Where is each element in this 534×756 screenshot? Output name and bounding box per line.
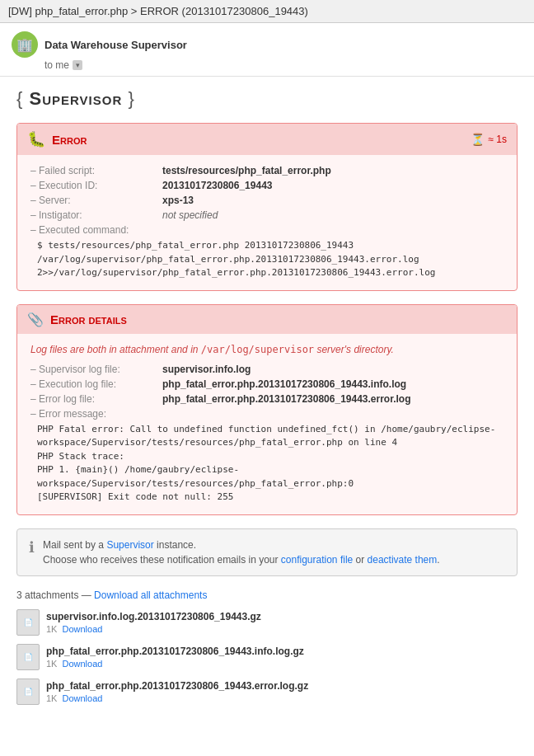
command-line-1: $ tests/resources/php_fatal_error.php 20… xyxy=(37,239,504,253)
error-msg-line1: PHP Fatal error: Call to undefined funct… xyxy=(37,423,504,450)
avatar-emoji: 🏢 xyxy=(16,37,33,53)
server-label: – Server: xyxy=(30,195,162,206)
sender-row: 🏢 Data Warehouse Supervisor xyxy=(12,31,522,58)
deactivate-link[interactable]: deactivate them xyxy=(368,554,438,566)
server-value: xps-13 xyxy=(162,195,194,206)
command-line-2: /var/log/supervisor/php_fatal_error.php.… xyxy=(37,253,504,267)
error-box-body: – Failed script: tests/resources/php_fat… xyxy=(17,155,517,290)
info-text4: or xyxy=(353,554,367,566)
supervisor-log-row: – Supervisor log file: supervisor.info.l… xyxy=(30,364,504,375)
to-row: to me ▾ xyxy=(44,59,522,71)
attachment-info-2: php_fatal_error.php.20131017230806_19443… xyxy=(46,646,304,669)
attachment-info-3: php_fatal_error.php.20131017230806_19443… xyxy=(46,680,308,703)
sender-name: Data Warehouse Supervisor xyxy=(44,39,187,51)
executed-command-label: – Executed command: xyxy=(30,224,162,236)
attachments-header: 3 attachments — Download all attachments xyxy=(16,589,518,601)
execution-log-label: – Execution log file: xyxy=(30,378,162,390)
info-text3: Choose who receives these notification e… xyxy=(43,554,281,566)
info-text: Mail sent by a Supervisor instance. Choo… xyxy=(43,538,440,567)
attachment-item-1: 📄 supervisor.info.log.20131017230806_194… xyxy=(16,609,518,636)
open-brace: { xyxy=(16,88,23,109)
error-title: Error xyxy=(52,133,87,147)
execution-id-label: – Execution ID: xyxy=(30,180,162,191)
supervisor-heading: { Supervisor } xyxy=(16,88,518,110)
server-row: – Server: xps-13 xyxy=(30,195,504,206)
bug-icon: 🐛 xyxy=(27,130,45,148)
executed-command-row: – Executed command: xyxy=(30,224,504,236)
error-time-label: ≈ 1s xyxy=(488,134,507,145)
config-file-link[interactable]: configuration file xyxy=(281,554,353,566)
download-all-link[interactable]: Download all attachments xyxy=(94,589,207,601)
instigator-label: – Instigator: xyxy=(30,209,162,221)
supervisor-log-value: supervisor.info.log xyxy=(162,364,251,375)
attachments-count: 3 attachments — xyxy=(16,589,94,601)
failed-script-value: tests/resources/php_fatal_error.php xyxy=(162,165,331,176)
error-details-body: Log files are both in attachment and in … xyxy=(17,334,517,514)
attachment-meta-2: 1K Download xyxy=(46,659,304,669)
execution-id-value: 20131017230806_19443 xyxy=(162,180,272,191)
file-icon-1: 📄 xyxy=(24,618,33,627)
close-brace: } xyxy=(128,88,134,109)
email-body: { Supervisor } 🐛 Error ⏳ ≈ 1s – Failed s… xyxy=(0,77,534,733)
error-box-header: 🐛 Error ⏳ ≈ 1s xyxy=(17,124,517,155)
download-link-2[interactable]: Download xyxy=(62,659,102,669)
attachment-size-2: 1K xyxy=(46,659,57,669)
attachment-icon-1: 📄 xyxy=(16,609,40,636)
info-text2: instance. xyxy=(154,539,196,551)
execution-id-row: – Execution ID: 20131017230806_19443 xyxy=(30,180,504,191)
execution-log-row: – Execution log file: php_fatal_error.ph… xyxy=(30,378,504,390)
heading-title: Supervisor xyxy=(29,88,122,109)
failed-script-row: – Failed script: tests/resources/php_fat… xyxy=(30,165,504,176)
error-msg-line2: PHP Stack trace: xyxy=(37,450,504,464)
download-link-3[interactable]: Download xyxy=(62,693,102,703)
failed-script-label: – Failed script: xyxy=(30,165,162,176)
attachment-name-2: php_fatal_error.php.20131017230806_19443… xyxy=(46,646,304,657)
execution-log-value: php_fatal_error.php.20131017230806_19443… xyxy=(162,378,406,390)
info-text1: Mail sent by a xyxy=(43,539,106,551)
email-header: 🏢 Data Warehouse Supervisor to me ▾ xyxy=(0,23,534,77)
command-block: $ tests/resources/php_fatal_error.php 20… xyxy=(30,239,504,280)
avatar: 🏢 xyxy=(12,31,38,58)
error-log-label: – Error log file: xyxy=(30,393,162,405)
attachment-icon-3: 📄 xyxy=(16,679,40,705)
attachment-name-3: php_fatal_error.php.20131017230806_19443… xyxy=(46,680,308,692)
error-box: 🐛 Error ⏳ ≈ 1s – Failed script: tests/re… xyxy=(16,123,518,291)
file-icon-2: 📄 xyxy=(24,653,33,661)
command-line-3: 2>>/var/log/supervisor/php_fatal_error.p… xyxy=(37,266,504,280)
attachments-section: 3 attachments — Download all attachments… xyxy=(16,589,518,721)
instigator-row: – Instigator: not specified xyxy=(30,209,504,221)
error-details-box: 📎 Error details Log files are both in at… xyxy=(16,304,518,515)
info-text5: . xyxy=(437,554,439,566)
to-label: to me xyxy=(44,59,69,71)
paperclip-icon: 📎 xyxy=(27,312,44,327)
title-bar: [DW] php_fatal_error.php > ERROR (201310… xyxy=(0,0,534,23)
attachment-meta-3: 1K Download xyxy=(46,693,308,703)
attachment-item-3: 📄 php_fatal_error.php.20131017230806_194… xyxy=(16,679,518,705)
attachment-icon-2: 📄 xyxy=(16,644,40,670)
attachment-name-1: supervisor.info.log.20131017230806_19443… xyxy=(46,611,261,622)
info-notification-box: ℹ Mail sent by a Supervisor instance. Ch… xyxy=(16,528,518,576)
instigator-value: not specified xyxy=(162,209,218,221)
supervisor-link[interactable]: Supervisor xyxy=(106,539,153,551)
hourglass-icon: ⏳ xyxy=(471,133,485,146)
error-time: ⏳ ≈ 1s xyxy=(471,133,507,146)
error-message-label: – Error message: xyxy=(30,408,162,420)
supervisor-log-label: – Supervisor log file: xyxy=(30,364,162,375)
download-link-1[interactable]: Download xyxy=(62,624,102,634)
title-text: [DW] php_fatal_error.php > ERROR (201310… xyxy=(8,5,308,17)
error-log-row: – Error log file: php_fatal_error.php.20… xyxy=(30,393,504,405)
error-box-header-left: 🐛 Error xyxy=(27,130,87,148)
to-dropdown[interactable]: ▾ xyxy=(73,60,82,70)
error-details-header: 📎 Error details xyxy=(17,305,517,334)
attachment-meta-1: 1K Download xyxy=(46,624,261,634)
attachment-info-1: supervisor.info.log.20131017230806_19443… xyxy=(46,611,261,634)
file-icon-3: 📄 xyxy=(24,688,33,696)
error-msg-line3: PHP 1. {main}() /home/gaubry/eclipse-wor… xyxy=(37,463,504,491)
error-log-value: php_fatal_error.php.20131017230806_19443… xyxy=(162,393,411,405)
info-icon: ℹ xyxy=(29,538,35,556)
attachment-size-1: 1K xyxy=(46,624,57,634)
attachment-size-3: 1K xyxy=(46,693,57,703)
attachment-item-2: 📄 php_fatal_error.php.20131017230806_194… xyxy=(16,644,518,670)
error-details-title: Error details xyxy=(50,312,127,326)
error-message-row: – Error message: xyxy=(30,408,504,420)
